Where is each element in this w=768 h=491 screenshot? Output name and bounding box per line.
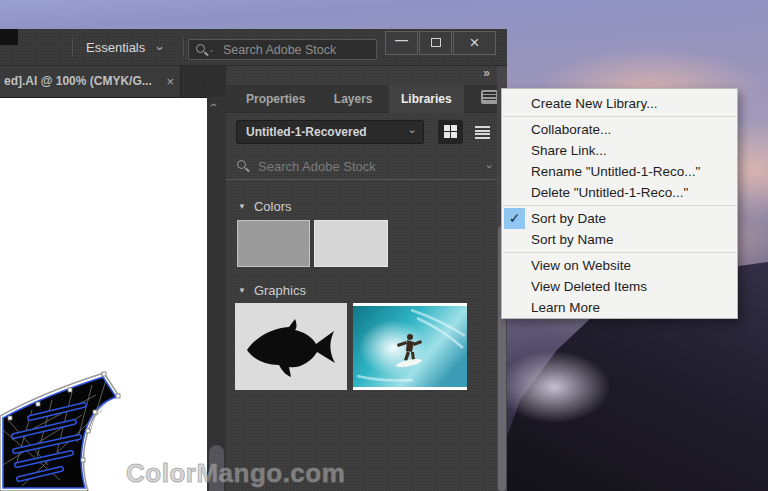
maximize-icon [431,38,441,47]
color-swatch-gray[interactable] [237,220,310,267]
workspace-switcher[interactable]: Essentials› [86,29,163,66]
graphic-thumbnail-surfer[interactable] [353,303,467,390]
search-icon [237,160,246,169]
disclosure-triangle-icon: ▼ [238,202,246,211]
surfer-photo [353,306,467,387]
workspace-label: Essentials [86,40,145,55]
menu-item-create-new-library[interactable]: Create New Library... [502,93,737,114]
libraries-context-menu: Create New Library... Collaborate... Sha… [501,88,738,319]
list-view-button[interactable] [470,120,495,144]
panel-area: » Properties Layers Libraries Untitled-1… [226,66,507,491]
check-icon: ✓ [504,208,525,229]
menu-separator [503,252,736,253]
tab-close-icon[interactable]: × [166,66,174,97]
menu-item-sort-by-date[interactable]: ✓ Sort by Date [502,208,737,229]
graphic-thumbnail-fish[interactable] [235,303,347,390]
stock-search-input[interactable] [221,40,371,59]
menu-separator [503,205,736,206]
minimize-icon: — [395,29,408,51]
menu-item-share-link[interactable]: Share Link... [502,140,737,161]
maximize-button[interactable] [419,31,452,55]
chevron-down-icon: › [485,165,496,169]
desktop: Essentials› › — × ed].AI @ 100% (CMYK/G.… [0,0,768,491]
divider [72,38,73,57]
canvas-scrollbar[interactable]: › [207,97,226,491]
artboard-canvas[interactable] [0,97,207,491]
title-bar: Essentials› › — × [0,29,507,66]
menu-item-view-deleted-items[interactable]: View Deleted Items [502,276,737,297]
tab-properties[interactable]: Properties [234,85,317,113]
document-tab[interactable]: ed].AI @ 100% (CMYK/G... × [0,66,181,97]
graphics-section-header[interactable]: ▼Graphics [238,281,306,295]
library-select-value: Untitled-1-Recovered [246,121,367,143]
library-select[interactable]: Untitled-1-Recovered › [236,120,424,144]
library-search[interactable]: › [226,153,507,180]
fish-silhouette [241,312,341,382]
graphics-section-label: Graphics [254,283,306,298]
colors-section-header[interactable]: ▼Colors [238,197,292,211]
menu-item-collaborate[interactable]: Collaborate... [502,119,737,140]
panel-tab-bar: Properties Layers Libraries [226,85,507,113]
menu-item-view-on-website[interactable]: View on Website [502,255,737,276]
menu-item-rename-library[interactable]: Rename "Untitled-1-Reco..." [502,161,737,182]
library-search-input[interactable] [256,155,456,177]
menu-item-sort-by-name[interactable]: Sort by Name [502,229,737,250]
document-title: ed].AI @ 100% (CMYK/G... [4,66,156,97]
search-dropdown-icon: › [207,50,215,53]
chevron-down-icon: › [408,130,419,134]
hamburger-icon [483,92,496,102]
panel-menu-button[interactable] [481,90,498,104]
menu-separator [503,116,736,117]
chevron-down-icon: › [154,46,167,50]
close-icon: × [470,33,480,52]
colors-section-label: Colors [254,199,292,214]
menu-item-delete-library[interactable]: Delete "Untitled-1-Reco..." [502,182,737,203]
illustrator-window: Essentials› › — × ed].AI @ 100% (CMYK/G.… [0,29,507,491]
scroll-up-icon[interactable]: › [207,103,219,107]
grid-view-button[interactable] [438,120,463,144]
fish-fin-artwork[interactable] [0,370,140,491]
search-icon [196,44,205,53]
document-tab-bar: ed].AI @ 100% (CMYK/G... × [0,66,226,97]
toolbar-fragment [0,29,18,45]
tab-libraries[interactable]: Libraries [389,85,464,113]
close-button[interactable]: × [453,31,496,55]
list-view-icon [475,126,490,139]
tab-layers[interactable]: Layers [322,85,385,113]
grid-view-icon [444,125,457,138]
wallpaper-mist [492,335,652,440]
menu-item-learn-more[interactable]: Learn More [502,297,737,318]
color-swatch-light-gray[interactable] [314,220,388,267]
collapse-panel-icon[interactable]: » [483,66,491,80]
disclosure-triangle-icon: ▼ [238,286,246,295]
minimize-button[interactable]: — [385,31,418,55]
watermark: ColorMango.com [126,458,345,489]
adobe-stock-search[interactable]: › [188,39,377,60]
divider [183,38,184,57]
